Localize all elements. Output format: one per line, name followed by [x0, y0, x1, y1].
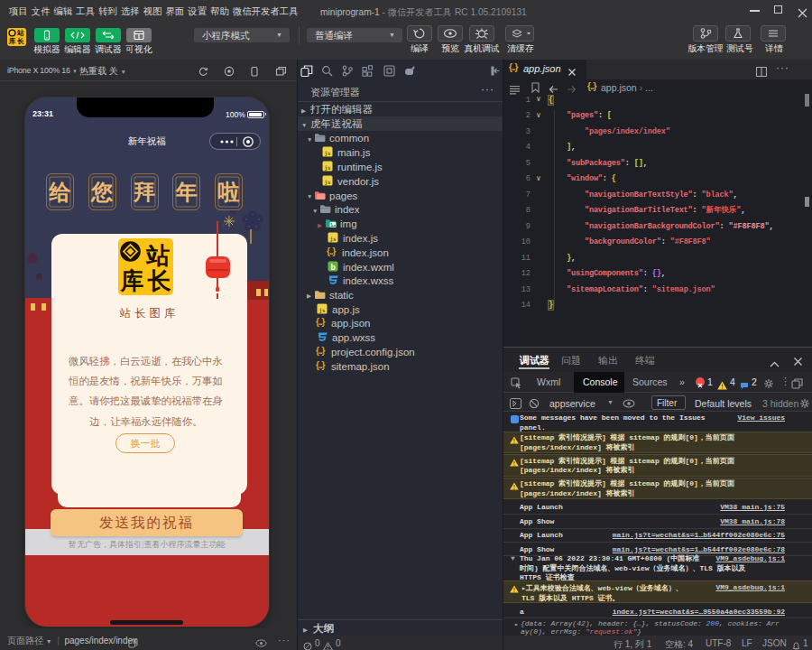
- svg-text:长: 长: [147, 267, 171, 294]
- svg-text:长: 长: [16, 37, 24, 45]
- svg-text:站: 站: [145, 242, 170, 269]
- svg-text:库: 库: [8, 37, 16, 45]
- svg-text:js: js: [324, 150, 331, 157]
- svg-text:js: js: [324, 164, 331, 172]
- svg-text:b: b: [330, 262, 335, 271]
- svg-text:js: js: [318, 307, 326, 314]
- svg-text:js: js: [329, 236, 337, 243]
- svg-text:js: js: [324, 179, 331, 186]
- svg-text:站: 站: [16, 29, 24, 37]
- svg-text:库: 库: [120, 267, 144, 294]
